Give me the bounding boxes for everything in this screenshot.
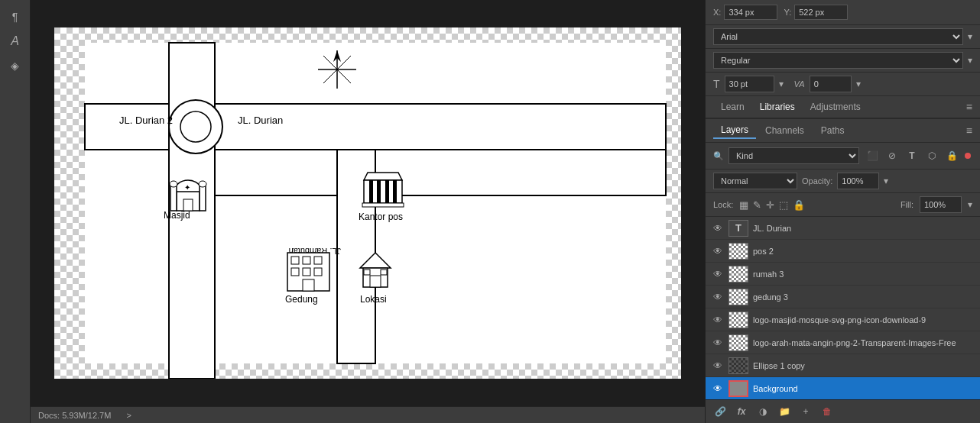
svg-rect-48 <box>364 270 370 275</box>
delete-layer-icon[interactable]: 🗑 <box>819 403 836 420</box>
doc-info: Docs: 5.93M/12.7M <box>38 411 111 420</box>
fill-input[interactable] <box>920 196 962 213</box>
tab-learn[interactable]: Learn <box>713 99 752 115</box>
left-toolbar: ¶ A ◈ <box>0 0 31 423</box>
lock-row: Lock: ▦ ✎ ✛ ⬚ 🔒 Fill: ▾ <box>706 193 980 217</box>
font-size-input[interactable] <box>725 76 774 92</box>
layer-name-ellipse1: Ellipse 1 copy <box>753 361 974 370</box>
layers-panel-menu-icon[interactable]: ≡ <box>966 124 972 137</box>
tab-channels[interactable]: Channels <box>758 123 812 138</box>
tabs-bottom-area: Layers Channels Paths ≡ <box>706 119 980 143</box>
canvas-wrapper: JL. Durian 2 JL. Durian JL. Rambutan <box>31 0 705 406</box>
layer-thumb-logo-arah <box>729 334 748 351</box>
bottom-action-bar: 🔗 fx ◑ 📁 + 🗑 <box>706 399 980 423</box>
layer-thumb-rumah3 <box>729 266 748 283</box>
lock-transparent-icon[interactable]: ▦ <box>739 199 748 211</box>
layer-item-logo-arah[interactable]: 👁 logo-arah-mata-angin-png-2-Transparent… <box>706 331 980 354</box>
svg-rect-32 <box>385 180 389 203</box>
svg-rect-40 <box>291 268 299 276</box>
layer-visibility-logo-arah[interactable]: 👁 <box>712 337 724 348</box>
svg-rect-37 <box>291 257 299 264</box>
svg-text:JL. Durian: JL. Durian <box>238 115 283 126</box>
svg-text:Kantor pos: Kantor pos <box>359 212 403 222</box>
canvas-area: JL. Durian 2 JL. Durian JL. Rambutan <box>31 0 705 423</box>
coords-row: X: Y: <box>706 0 980 25</box>
svg-rect-41 <box>303 268 310 276</box>
panel-menu-icon[interactable]: ≡ <box>966 101 972 113</box>
svg-text:Lokasi: Lokasi <box>360 294 387 305</box>
layer-name-pos2: pos 2 <box>753 247 974 256</box>
svg-text:Masjid: Masjid <box>164 210 190 221</box>
font-family-select[interactable]: Arial <box>713 28 963 45</box>
layer-name-gedung3: gedung 3 <box>753 292 974 302</box>
link-icon[interactable]: 🔗 <box>712 403 729 420</box>
filter-dot-icon[interactable] <box>965 153 971 159</box>
lock-artboard-icon[interactable]: ⬚ <box>779 199 788 211</box>
layer-visibility-jl-durian[interactable]: 👁 <box>712 223 724 234</box>
new-group-icon[interactable]: 📁 <box>776 403 793 420</box>
tool-text[interactable]: A <box>5 31 26 52</box>
svg-rect-30 <box>369 180 373 203</box>
fx-icon[interactable]: fx <box>733 403 750 420</box>
filter-text-icon[interactable]: T <box>904 147 920 164</box>
font-style-select[interactable]: Regular <box>713 52 963 69</box>
filter-pixel-icon[interactable]: ⬛ <box>864 147 881 164</box>
svg-marker-28 <box>364 173 402 180</box>
svg-rect-49 <box>381 270 387 275</box>
svg-point-23 <box>170 181 177 187</box>
layer-item-background[interactable]: 👁 Background <box>706 377 980 399</box>
filter-icons: ⬛ ⊘ T ⬡ 🔒 <box>864 147 972 164</box>
y-label: Y: <box>784 8 791 17</box>
tab-row-bottom: Layers Channels Paths ≡ <box>706 119 980 142</box>
tool-paragraph[interactable]: ¶ <box>5 6 26 27</box>
layer-item-ellipse1[interactable]: 👁 Ellipse 1 copy <box>706 354 980 377</box>
lock-position-icon[interactable]: ✛ <box>766 199 774 211</box>
lock-icons: ▦ ✎ ✛ ⬚ 🔒 <box>739 199 805 211</box>
canvas-image[interactable]: JL. Durian 2 JL. Durian JL. Rambutan <box>54 27 681 379</box>
svg-rect-6 <box>207 150 666 195</box>
layer-item-gedung3[interactable]: 👁 gedung 3 <box>706 286 980 308</box>
right-panel: X: Y: Arial ▾ Regular ▾ T ▾ VA ▾ Learn L… <box>705 0 980 423</box>
layer-name-rumah3: rumah 3 <box>753 270 974 279</box>
layer-name-logo-arah: logo-arah-mata-angin-png-2-Transparent-I… <box>753 338 974 347</box>
filter-adjustment-icon[interactable]: ⊘ <box>884 147 900 164</box>
tab-adjustments[interactable]: Adjustments <box>803 99 868 115</box>
tab-libraries[interactable]: Libraries <box>752 99 803 115</box>
filter-kind-select[interactable]: Kind <box>729 147 859 164</box>
layer-item-pos2[interactable]: 👁 pos 2 <box>706 240 980 263</box>
layer-name-logo-masjid: logo-masjid-mosque-svg-png-icon-download… <box>753 315 974 325</box>
fill-label: Fill: <box>900 200 913 209</box>
adjustment-layer-icon[interactable]: ◑ <box>754 403 771 420</box>
layer-visibility-logo-masjid[interactable]: 👁 <box>712 315 724 325</box>
tool-shape[interactable]: ◈ <box>5 55 26 76</box>
svg-rect-24 <box>200 184 206 211</box>
layer-visibility-ellipse1[interactable]: 👁 <box>712 360 724 371</box>
layer-visibility-pos2[interactable]: 👁 <box>712 246 724 257</box>
font-family-row: Arial ▾ <box>706 25 980 49</box>
lock-paint-icon[interactable]: ✎ <box>753 199 761 211</box>
opacity-input[interactable] <box>837 173 879 189</box>
layer-item-rumah3[interactable]: 👁 rumah 3 <box>706 263 980 286</box>
svg-rect-38 <box>303 257 310 264</box>
layer-visibility-background[interactable]: 👁 <box>712 383 724 394</box>
tab-paths[interactable]: Paths <box>813 123 852 138</box>
tab-layers[interactable]: Layers <box>713 122 756 139</box>
lock-all-icon[interactable]: 🔒 <box>793 199 805 211</box>
layer-item-logo-masjid[interactable]: 👁 logo-masjid-mosque-svg-png-icon-downlo… <box>706 308 980 331</box>
y-input[interactable] <box>794 5 848 20</box>
layer-item-jl-durian[interactable]: 👁 T JL. Durian <box>706 217 980 240</box>
new-layer-icon[interactable]: + <box>797 403 814 420</box>
svg-text:Gedung: Gedung <box>285 294 318 305</box>
svg-point-10 <box>180 111 211 142</box>
layer-thumb-pos2 <box>729 243 748 260</box>
kerning-input[interactable] <box>810 76 852 92</box>
layer-visibility-rumah3[interactable]: 👁 <box>712 269 724 279</box>
filter-shape-icon[interactable]: ⬡ <box>923 147 940 164</box>
layer-thumb-gedung3 <box>729 289 748 305</box>
layer-visibility-gedung3[interactable]: 👁 <box>712 292 724 302</box>
x-input[interactable] <box>724 5 777 20</box>
filter-smartobject-icon[interactable]: 🔒 <box>943 147 960 164</box>
svg-text:JL. Durian 2: JL. Durian 2 <box>119 115 173 126</box>
blend-mode-select[interactable]: Normal <box>713 173 797 189</box>
svg-rect-33 <box>393 180 397 203</box>
